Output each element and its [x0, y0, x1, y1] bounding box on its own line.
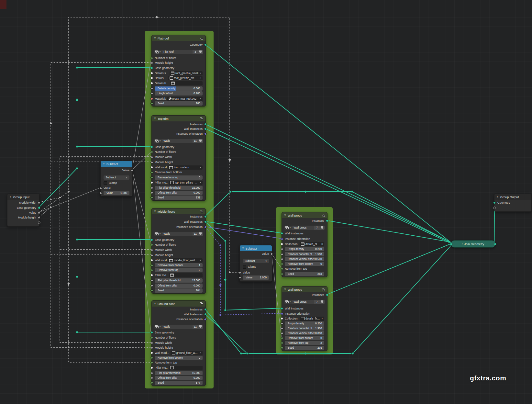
- input-socket-coll[interactable]: [150, 77, 153, 79]
- output-socket-teal[interactable]: [38, 207, 40, 209]
- input-socket-teal[interactable]: [150, 146, 153, 148]
- input-socket-coll[interactable]: [150, 181, 153, 184]
- value-slider[interactable]: Remove from bottom0: [155, 356, 203, 360]
- output-socket-teal[interactable]: [204, 308, 207, 311]
- collapse-icon[interactable]: ∨: [103, 163, 105, 165]
- value-slider[interactable]: Random horiontal offset1.900: [285, 326, 324, 331]
- node-subtract-1[interactable]: ∨SubtractValueSubtract∨ClampValueValue1.…: [100, 161, 133, 196]
- value-slider[interactable]: Height offset0.200: [155, 91, 203, 95]
- value-slider[interactable]: Flat pillar threshold15.000: [155, 278, 203, 283]
- clear-button[interactable]: ×: [200, 72, 201, 75]
- expand-icon[interactable]: ›: [462, 243, 463, 245]
- value-slider[interactable]: Offset from pillar0.000: [155, 284, 203, 288]
- checkbox[interactable]: [104, 181, 107, 185]
- input-socket-coll[interactable]: [150, 166, 153, 169]
- clear-button[interactable]: ×: [200, 181, 201, 184]
- datablock-selector[interactable]: details_first_floor×: [300, 317, 324, 321]
- value-slider[interactable]: Remove form top0: [155, 175, 203, 180]
- value-slider[interactable]: Remove from top2: [285, 341, 324, 345]
- fake-user-button[interactable]: [198, 50, 203, 54]
- output-socket-teal[interactable]: [204, 123, 207, 126]
- value-slider[interactable]: Seed763: [155, 101, 203, 106]
- value-slider[interactable]: Value2.000: [243, 275, 269, 280]
- datablock-name-field[interactable]: Walls: [162, 232, 193, 236]
- value-slider[interactable]: Offset from pillar0.000: [155, 376, 203, 380]
- datablock-selector[interactable]: [169, 366, 203, 370]
- node-group-input[interactable]: ∨Group InputModule widthBase geometryVal…: [7, 194, 39, 227]
- reroute-node[interactable]: [229, 191, 232, 193]
- operation-dropdown[interactable]: Subtract∨: [243, 259, 269, 263]
- datablock-selector[interactable]: top_trim_pillars_mod...×: [169, 181, 203, 185]
- node-group-output[interactable]: ∨Group OutputGeometry: [494, 194, 532, 212]
- fake-user-button[interactable]: [198, 325, 203, 329]
- node-header[interactable]: ∨Wall props: [282, 286, 327, 292]
- input-socket-teal[interactable]: [281, 307, 283, 310]
- datablock-icon[interactable]: ∨: [154, 325, 162, 329]
- output-socket-teal[interactable]: [204, 313, 207, 316]
- output-socket-teal[interactable]: [326, 294, 328, 296]
- value-slider[interactable]: Random vertical offset0.000: [285, 331, 324, 335]
- value-slider[interactable]: Props density0.200: [285, 247, 324, 251]
- input-socket-teal[interactable]: [281, 232, 283, 235]
- collapse-icon[interactable]: ∨: [154, 37, 156, 39]
- datablock-selector[interactable]: roof_greeble_small×: [170, 71, 203, 75]
- node-header[interactable]: ∨Wall props: [282, 212, 327, 218]
- input-socket[interactable]: [450, 243, 452, 245]
- node-subtract-2[interactable]: ∨SubtractValueSubtract∨ClampValueValue2.…: [239, 245, 272, 282]
- node-header[interactable]: ∨Ground floor: [152, 301, 205, 307]
- node-middle-floors[interactable]: ∨Middle floorsInstancesWall InstancesIns…: [151, 208, 206, 294]
- value-slider[interactable]: Value1.000: [104, 191, 129, 195]
- datablock-selector[interactable]: [170, 81, 203, 85]
- value-slider[interactable]: Remove from bottom0: [285, 262, 324, 266]
- output-socket-teal[interactable]: [204, 215, 207, 218]
- input-socket-coll[interactable]: [281, 317, 283, 320]
- collapse-icon[interactable]: ∨: [154, 210, 156, 213]
- datablock-icon[interactable]: ∨: [154, 139, 162, 143]
- datablock-icon[interactable]: ∨: [284, 300, 292, 304]
- datablock-icon[interactable]: ∨: [154, 232, 162, 236]
- input-socket-teal[interactable]: [150, 67, 153, 69]
- datablock-name-field[interactable]: Walls: [162, 325, 193, 329]
- node-header[interactable]: ∨Subtract: [101, 161, 132, 167]
- node-join-geometry[interactable]: ›Join Geometry: [451, 240, 495, 248]
- value-slider[interactable]: Seed258: [285, 272, 324, 276]
- node-wall-props-1[interactable]: ∨Wall propsInstances∨Wall props7Wall ins…: [282, 212, 327, 277]
- node-header[interactable]: ∨Group Output: [494, 194, 531, 200]
- node-top-trim[interactable]: ∨Top trimInstancesWall InstancesInstance…: [151, 115, 206, 201]
- reroute-node[interactable]: [76, 167, 78, 170]
- value-slider[interactable]: Seed235: [285, 346, 324, 350]
- node-ground-floor[interactable]: ∨Ground floorInstancesWall InstancesInst…: [151, 300, 206, 386]
- user-count-badge[interactable]: 7: [314, 300, 320, 304]
- datablock-selector[interactable]: ground_floor_walls.0...×: [171, 351, 203, 355]
- user-count-badge[interactable]: 11: [193, 232, 198, 236]
- node-header[interactable]: ∨Middle floors: [152, 208, 205, 214]
- output-socket-virtual[interactable]: [38, 221, 40, 224]
- reroute-node[interactable]: [246, 353, 249, 355]
- datablock-icon[interactable]: ∨: [154, 50, 162, 54]
- datablock-selector[interactable]: roof_greeble_medium×: [168, 76, 203, 80]
- collapse-icon[interactable]: ∨: [154, 302, 156, 305]
- reroute-node[interactable]: [76, 239, 78, 241]
- reroute-node[interactable]: [219, 244, 222, 247]
- datablock-selector[interactable]: trim_modern×: [168, 165, 203, 170]
- value-slider[interactable]: Offset from pillar0.000: [155, 191, 203, 195]
- operation-dropdown[interactable]: Subtract∨: [104, 175, 129, 180]
- node-header[interactable]: ∨Top trim: [152, 116, 205, 121]
- reroute-node[interactable]: [76, 331, 78, 333]
- value-slider[interactable]: Seed931: [155, 196, 203, 200]
- datablock-name-field[interactable]: Walls: [162, 139, 193, 143]
- fake-user-button[interactable]: [198, 232, 203, 236]
- collapse-icon[interactable]: ∨: [497, 196, 499, 198]
- reroute-node[interactable]: [352, 353, 354, 355]
- datablock-name-field[interactable]: Wall props: [292, 226, 314, 230]
- input-socket-teal[interactable]: [493, 201, 496, 204]
- value-slider[interactable]: Seed577: [155, 381, 203, 385]
- value-slider[interactable]: Props density0.200: [285, 321, 324, 326]
- reroute-node[interactable]: [219, 314, 222, 316]
- input-socket-virtual[interactable]: [493, 207, 496, 209]
- node-wall-props-2[interactable]: ∨Wall propsInstances∨Wall props7Wall ins…: [282, 286, 327, 351]
- fake-user-button[interactable]: [320, 226, 325, 230]
- clear-button[interactable]: ×: [321, 243, 323, 246]
- node-flat-roof[interactable]: ∨Flat roofGeometry∨Flat roof3Number of f…: [151, 35, 206, 107]
- fake-user-button[interactable]: [320, 300, 325, 304]
